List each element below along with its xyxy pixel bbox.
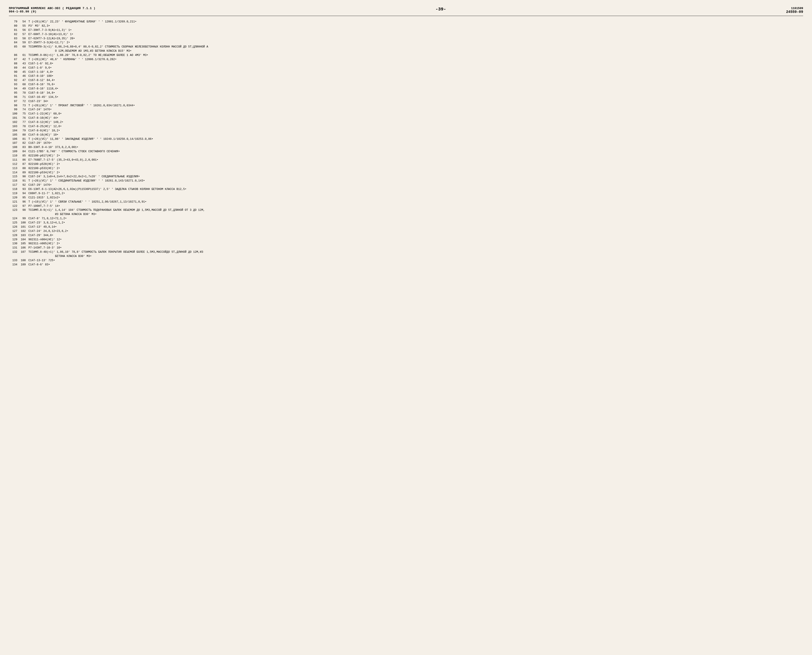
table-row: 132107ТССИМП.8-40(=1)' 1,86,10' 78,8' СТ… [9,250,803,254]
row-text: Е7-768ВТ.7-17-5' (35,2+43,0+43,0),2,0,00… [28,158,803,162]
row-text: С88НТ.9-11-7' 1,021,2• [28,192,803,195]
row-index1: 127 [9,229,20,233]
row-index2: 46 [20,74,28,78]
row-text: С167-8-10' 188• [28,74,803,78]
row-text: С147-8-12(НС)' 149,2• [28,120,803,124]
row-text: С147-29' 344,8• [28,234,803,237]
row-index2: 83 [20,146,28,149]
row-text: С167-1-8' 9,6• [28,66,803,70]
row-index2: 61 [20,54,28,57]
row-text: Е7-39НТ.7-3-9(А1=11,3)' 1• [28,28,803,32]
row-text: 022100-р528(НС)' 2• [28,162,803,166]
row-text: ИЗ БЕТОНА КЛАССА В30' М3• [28,212,803,216]
table-row: 8459Е7-35НТ7-3-3(А1=12,7)' 2• [9,41,803,45]
row-index1: 100 [9,112,20,116]
row-index1: 103 [9,125,20,128]
row-index1: 112 [9,162,20,166]
row-index2: 84 [20,150,28,154]
row-index2: 91 [20,179,28,183]
table-row: 8843С167-1-6' 92,8• [9,62,803,66]
row-index1: 83 [9,37,20,41]
row-text: ТССИМП.9-06(=1)' 1,88.20' 70,8-0,82,2' Т… [28,54,803,57]
table-row: 9974С147-24' 1476• [9,108,803,112]
row-index2: 107 [20,250,28,254]
row-index1: 128 [9,234,20,237]
row-text: Е7-62НТ7-3-12(А1=19,35)' 20• [28,37,803,41]
row-text: С147-8' 71,8,12+72,1,2• [28,217,803,221]
row-index2: 59 [20,41,28,45]
table-row: 11590С167-24' 3,1х0+4,2х4+7,8х2+22,0х2+1… [9,175,803,178]
row-index1: 88 [9,62,20,66]
content-area: 7954Т (=26)(НС)' 22,23' ' ФУНДАМЕНТНЫЕ Б… [9,20,803,267]
row-index2: 94 [20,192,28,195]
row-text: 982311-п004(НС)' 12• [28,238,803,241]
row-text: С167-23' 34• [28,100,803,103]
table-row: 133108С147-13-13' 725• [9,259,803,263]
row-index2: 106 [20,246,28,250]
row-index2: 90 [20,175,28,178]
row-index2: 58 [20,37,28,41]
row-text: С121-17В5' 0,748' ' СТОИМОСТЬ СТОЕК СОСТ… [28,150,803,154]
table-row: 8358Е7-62НТ7-3-12(А1=19,35)' 20• [9,37,803,41]
table-row: 12297Р7-100НТ,7-7-5' 14• [9,204,803,208]
row-index1: 110 [9,154,20,158]
row-text: ТССИМП.8-9(=1)' 1,4,14' 104' СТОИМОСТЬ П… [28,208,803,212]
row-index1: 91 [9,74,20,78]
row-index2 [20,49,28,53]
row-index2: 76 [20,116,28,120]
row-index2: 100 [20,221,28,225]
row-index2: 97 [20,204,28,208]
table-row: 9045С167-1-10' 4,0• [9,70,803,74]
row-text: Т (=26)(НС)' 22,23' ' ФУНДАМЕНТНЫЕ БЛОКИ… [28,20,803,24]
row-index1: 95 [9,91,20,95]
row-index1: 134 [9,263,20,267]
table-row: 8156Е7-39НТ.7-3-9(А1=11,3)' 1• [9,28,803,32]
row-index2: 47 [20,78,28,82]
table-row: 9873Т (=26)(НС)' 1' ' ПРОКАТ ЛИСТОВОЙ' '… [9,104,803,108]
row-index1: 125 [9,221,20,225]
row-text: Т (=26)(НС)' 1' ' ПРОКАТ ЛИСТОВОЙ' ' ' 1… [28,104,803,108]
row-index2: 54 [20,20,28,24]
table-row: 11287022100-р528(НС)' 2• [9,162,803,166]
row-index2: 86 [20,158,28,162]
row-text: Т (=26)(VC)' 11,86' ' ЗАКЛАДНЫЕ ИЗДЕЛИЯ'… [28,137,803,141]
row-text: С147-24' 24,8,12+23,6,2• [28,229,803,233]
row-text: Р7-143НТ.7-10-3' 10• [28,246,803,250]
row-index2: 96 [20,200,28,204]
row-text: С147-13-13' 725• [28,259,803,263]
table-row: 10782С167-29' 1676• [9,141,803,145]
row-index1: 94 [9,87,20,91]
row-index2: 57 [20,32,28,36]
row-index2: 44 [20,66,28,70]
table-row: О 12М,ОБЪЕМОМ АО 1М3,ИЗ БЕТОНА КЛАССА В1… [9,49,803,53]
document-codes: 1161509 24559-09 [786,7,803,14]
row-index2: 49 [20,87,28,91]
table-row: 125100С147-23' 3,8,12+4,1,2• [9,221,803,225]
row-index2: 82 [20,141,28,145]
row-index2: 105 [20,242,28,246]
table-row: 8742Т (=26)(НС)' 40,6' ' КОЛОННЫ' ' ' 12… [9,58,803,62]
table-row: 134109С147-8-6' 83• [9,263,803,267]
row-text: С147-1-22(НС)' 60,8• [28,112,803,116]
page-header: ПРОГРАММНЫЙ КОМПЛЕКС АВС-ЗЕС ( РЕДАКЦИЯ … [9,7,803,16]
row-index1: 92 [9,78,20,82]
row-index1: 126 [9,225,20,229]
row-index2: 71 [20,95,28,99]
row-index1: 123 [9,208,20,212]
row-index2: 85 [20,154,28,158]
row-index2: 75 [20,112,28,116]
row-index1: 117 [9,183,20,187]
table-row: 130105982311-п005(НС)' 2• [9,242,803,246]
table-row: БЕТОНА КЛАССА В30' М3• [9,255,803,258]
row-text: С147-8-10(НС)' 44• [28,116,803,120]
table-row: 10378С147-8-25(НС)' 12,8• [9,125,803,128]
table-row: 9449С167-8-16' 1118,4• [9,87,803,91]
row-index1: 121 [9,200,20,204]
row-text: Е6-13НТ.6-1-13(А2=26,6,1,02м)(Р11536Р115… [28,188,803,191]
row-index1: 85 [9,45,20,49]
row-index2: 42 [20,58,28,62]
row-index1: 93 [9,83,20,86]
row-text: С167-8-16' 1118,4• [28,87,803,91]
row-index2: 92 [20,183,28,187]
row-text: Т (=19)(VC)' 1' ' СВЯЗИ СТАЛЬНЫЕ' ' ' 10… [28,200,803,204]
